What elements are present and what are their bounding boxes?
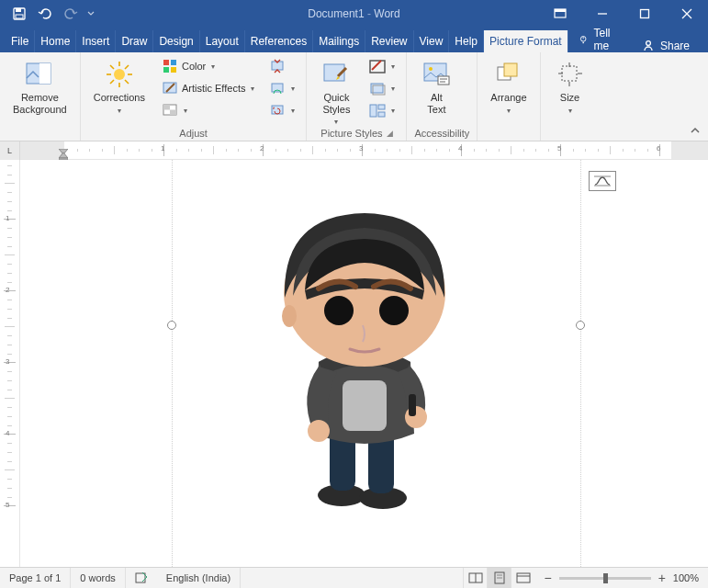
zoom-level[interactable]: 100% [673, 572, 699, 583]
tab-insert[interactable]: Insert [76, 30, 116, 52]
ruler-number: 5 [6, 501, 9, 509]
adjust-group-label: Adjust [179, 128, 208, 139]
tab-help[interactable]: Help [449, 30, 484, 52]
view-buttons [463, 568, 534, 589]
svg-rect-56 [343, 380, 387, 431]
svg-rect-39 [378, 105, 385, 109]
close-button[interactable] [666, 0, 708, 28]
chevron-down-icon: ▾ [391, 85, 395, 93]
save-button[interactable] [7, 1, 31, 27]
quick-styles-label: Quick Styles [322, 92, 350, 115]
corrections-icon [105, 60, 134, 89]
corrections-button[interactable]: Corrections ▾ [88, 56, 151, 115]
picture-effects-button[interactable]: ▾ [365, 78, 399, 98]
tab-draw[interactable]: Draw [116, 30, 153, 52]
remove-background-label: Remove Background [13, 92, 67, 115]
qat-customize-dropdown[interactable] [84, 1, 97, 27]
alt-text-button[interactable]: Alt Text [414, 56, 458, 115]
spellcheck-status[interactable] [126, 568, 157, 588]
compress-pictures-button[interactable] [265, 56, 298, 76]
size-button[interactable]: Size ▾ [548, 56, 592, 115]
ruler-number: 4 [458, 144, 462, 153]
reset-picture-icon [269, 102, 286, 119]
svg-rect-40 [378, 112, 385, 117]
svg-rect-47 [504, 63, 517, 76]
tab-view[interactable]: View [414, 30, 450, 52]
chevron-down-icon: ▾ [391, 107, 395, 115]
redo-button[interactable] [59, 1, 83, 27]
share-label: Share [660, 40, 690, 52]
remove-background-button[interactable]: Remove Background [7, 56, 73, 115]
zoom-slider[interactable] [559, 577, 651, 580]
tell-me-label: Tell me [593, 27, 618, 52]
ribbon: Remove Background Corrections ▾ Color▾ [0, 52, 708, 141]
tab-picture-format[interactable]: Picture Format [484, 30, 568, 52]
chevron-down-icon: ▾ [251, 85, 254, 93]
tell-me-search[interactable]: Tell me [568, 27, 629, 52]
tab-home[interactable]: Home [35, 30, 76, 52]
tab-references[interactable]: References [245, 30, 313, 52]
horizontal-ruler[interactable]: L 123456 [0, 141, 708, 160]
inserted-picture[interactable] [254, 197, 475, 513]
tab-file[interactable]: File [6, 30, 35, 52]
compress-icon [269, 58, 286, 74]
svg-rect-26 [171, 67, 176, 73]
picture-effects-icon [369, 80, 386, 96]
zoom-in-button[interactable]: + [658, 571, 666, 585]
language-status[interactable]: English (India) [157, 568, 241, 588]
picture-layout-icon [369, 102, 386, 119]
tab-review[interactable]: Review [365, 30, 413, 52]
tab-layout[interactable]: Layout [200, 30, 245, 52]
read-mode-button[interactable] [463, 568, 487, 589]
svg-rect-13 [39, 63, 51, 84]
maximize-button[interactable] [624, 0, 666, 28]
arrange-icon [494, 60, 523, 89]
tab-mailings[interactable]: Mailings [313, 30, 365, 52]
undo-button[interactable] [33, 1, 57, 27]
svg-point-42 [429, 67, 433, 71]
chevron-down-icon: ▾ [184, 107, 187, 115]
zoom-out-button[interactable]: − [544, 571, 551, 585]
tab-design[interactable]: Design [153, 30, 199, 52]
group-size: Size ▾ [541, 52, 600, 141]
change-picture-button[interactable]: ▾ [265, 78, 298, 98]
artistic-effects-button[interactable]: Artistic Effects▾ [158, 78, 258, 98]
window-title: Document1 - Word [308, 7, 400, 20]
ruler-number: 1 [6, 214, 9, 222]
picture-layout-button[interactable]: ▾ [365, 100, 399, 120]
selection-handle-left[interactable] [167, 321, 176, 330]
vertical-ruler[interactable]: 12345 [0, 160, 20, 567]
arrange-button[interactable]: Arrange ▾ [485, 56, 532, 115]
svg-rect-2 [16, 15, 23, 18]
selection-handle-right[interactable] [576, 321, 585, 330]
svg-rect-32 [272, 84, 283, 92]
group-arrange: Arrange ▾ [478, 52, 540, 141]
document-page[interactable] [20, 160, 708, 567]
svg-point-11 [646, 41, 651, 46]
share-button[interactable]: Share [629, 40, 702, 52]
layout-options-button[interactable] [589, 171, 616, 191]
dialog-launcher-icon[interactable]: ◢ [387, 129, 393, 138]
chevron-down-icon: ▾ [568, 107, 572, 115]
artistic-effects-label: Artistic Effects [182, 83, 245, 94]
color-button[interactable]: Color▾ [158, 56, 258, 76]
ribbon-display-options-button[interactable] [539, 0, 581, 28]
zoom-controls: − + 100% [534, 571, 708, 585]
color-icon [162, 58, 178, 74]
word-count-status[interactable]: 0 words [71, 568, 126, 588]
chevron-down-icon: ▾ [334, 118, 338, 126]
reset-picture-button[interactable]: ▾ [265, 100, 298, 120]
chevron-down-icon: ▾ [291, 85, 295, 93]
collapse-ribbon-button[interactable] [690, 126, 701, 137]
svg-rect-4 [555, 9, 566, 12]
arrange-label: Arrange [490, 92, 526, 104]
picture-border-button[interactable]: ▾ [365, 56, 399, 76]
web-layout-button[interactable] [511, 568, 534, 589]
print-layout-button[interactable] [487, 568, 511, 589]
svg-rect-10 [582, 42, 583, 43]
page-number-status[interactable]: Page 1 of 1 [0, 568, 71, 588]
transparency-button[interactable]: ▾ [158, 100, 258, 120]
minimize-button[interactable] [581, 0, 624, 28]
quick-styles-button[interactable]: Quick Styles ▾ [314, 56, 358, 126]
svg-rect-1 [16, 8, 21, 12]
